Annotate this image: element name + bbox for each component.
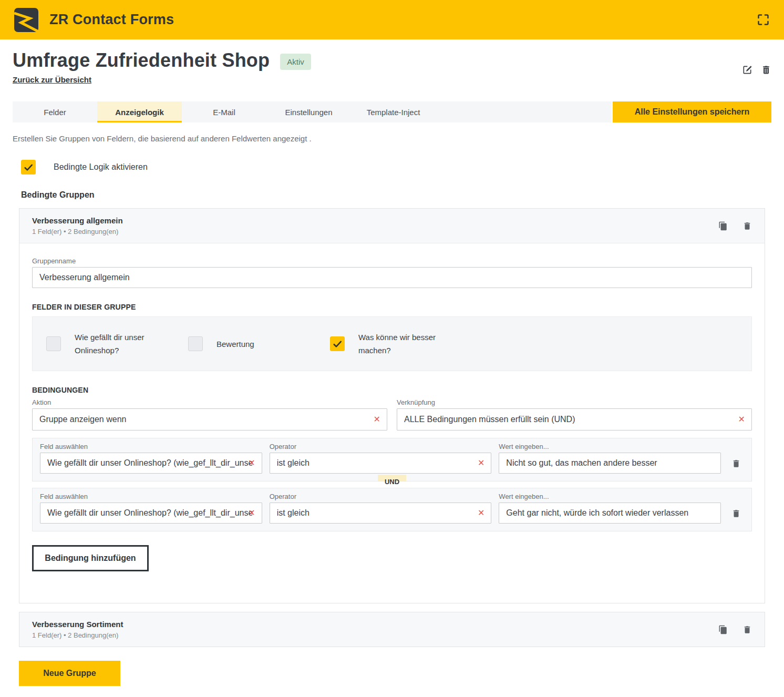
main-content: Umfrage Zufriedenheit Shop Aktiv Zurück … — [0, 50, 784, 686]
status-badge: Aktiv — [280, 54, 311, 70]
condition-value-label: Wert eingeben... — [499, 493, 721, 500]
link-label: Verknüpfung — [397, 398, 752, 406]
group-name-input[interactable] — [32, 267, 752, 288]
condition-operator-select[interactable]: ist gleich ✕ — [270, 453, 492, 474]
field-option-label: Wie gefällt dir unser Onlineshop? — [75, 331, 158, 357]
condition-field-label: Feld auswählen — [40, 443, 262, 450]
delete-group-icon[interactable] — [742, 625, 752, 634]
tab-anzeigelogik[interactable]: Anzeigelogik — [97, 101, 182, 122]
tab-email[interactable]: E-Mail — [182, 101, 266, 122]
tab-template-inject[interactable]: Template-Inject — [351, 101, 436, 122]
field-option-bewertung[interactable]: Bewertung — [188, 331, 330, 357]
enable-logic-row: Bedingte Logik aktivieren — [13, 160, 771, 175]
groups-heading: Bedingte Gruppen — [13, 190, 771, 200]
check-icon — [23, 162, 34, 172]
duplicate-group-icon[interactable] — [718, 625, 728, 634]
title-row: Umfrage Zufriedenheit Shop Aktiv Zurück … — [13, 50, 771, 85]
delete-group-icon[interactable] — [742, 221, 752, 231]
field-checkbox[interactable] — [188, 336, 203, 351]
condition-field-select[interactable]: Wie gefällt dir unser Onlineshop? (wie_g… — [40, 503, 262, 524]
app-title: ZR Contact Forms — [49, 12, 174, 28]
joiner-badge: UND — [378, 475, 406, 481]
delete-condition-icon[interactable] — [731, 509, 741, 518]
group-card-verbesserung-allgemein: Verbesserung allgemein 1 Feld(er) • 2 Be… — [19, 208, 765, 603]
condition-value-input[interactable] — [499, 453, 721, 474]
delete-form-icon[interactable] — [761, 65, 771, 75]
group-header[interactable]: Verbesserung Sortiment 1 Feld(er) • 2 Be… — [19, 612, 765, 647]
check-icon — [332, 339, 343, 349]
conditions-heading: BEDINGUNGEN — [32, 386, 752, 394]
condition-value-input[interactable] — [499, 503, 721, 524]
field-checkbox[interactable] — [330, 336, 345, 351]
field-option-label: Was könne wir besser machen? — [358, 331, 441, 357]
field-option-besser-machen[interactable]: Was könne wir besser machen? — [330, 331, 472, 357]
group-name-label: Gruppenname — [32, 257, 752, 265]
group-title: Verbesserung allgemein — [32, 216, 123, 225]
back-link[interactable]: Zurück zur Übersicht — [13, 75, 91, 84]
action-select[interactable]: Gruppe anzeigen wenn ✕ — [32, 408, 387, 430]
group-body: Gruppenname FELDER IN DIESER GRUPPE Wie … — [19, 243, 765, 603]
group-meta: 1 Feld(er) • 2 Bedingung(en) — [32, 228, 123, 235]
field-checkbox[interactable] — [46, 336, 61, 351]
clear-icon[interactable]: ✕ — [478, 459, 484, 467]
condition-field-select[interactable]: Wie gefällt dir unser Onlineshop? (wie_g… — [40, 453, 262, 474]
new-group-button[interactable]: Neue Gruppe — [19, 661, 120, 686]
field-option-onlineshop[interactable]: Wie gefällt dir unser Onlineshop? — [46, 331, 188, 357]
clear-icon[interactable]: ✕ — [738, 415, 745, 424]
condition-row-2: Feld auswählen Wie gefällt dir unser Onl… — [32, 488, 752, 531]
group-meta: 1 Feld(er) • 2 Bedingung(en) — [32, 631, 123, 639]
add-condition-button[interactable]: Bedingung hinzufügen — [32, 545, 149, 571]
duplicate-group-icon[interactable] — [718, 221, 728, 231]
page-title: Umfrage Zufriedenheit Shop — [13, 50, 270, 71]
field-option-label: Bewertung — [216, 337, 254, 351]
save-all-settings-button[interactable]: Alle Einstellungen speichern — [613, 101, 771, 122]
tab-felder[interactable]: Felder — [13, 101, 97, 122]
delete-condition-icon[interactable] — [731, 459, 741, 468]
clear-icon[interactable]: ✕ — [248, 459, 255, 467]
action-label: Aktion — [32, 398, 387, 406]
clear-icon[interactable]: ✕ — [248, 509, 255, 517]
clear-icon[interactable]: ✕ — [374, 415, 380, 424]
page-description: Erstellen Sie Gruppen von Feldern, die b… — [13, 134, 771, 143]
app-header: ZR Contact Forms — [0, 0, 784, 39]
enable-logic-label: Bedingte Logik aktivieren — [54, 162, 148, 172]
tab-bar: Felder Anzeigelogik E-Mail Einstellungen… — [13, 101, 612, 122]
condition-value-label: Wert eingeben... — [499, 443, 721, 450]
edit-icon[interactable] — [742, 65, 752, 75]
app-logo-icon — [14, 7, 39, 33]
conditions-settings: Aktion Gruppe anzeigen wenn ✕ Verknüpfun… — [32, 398, 752, 430]
fields-heading: FELDER IN DIESER GRUPPE — [32, 303, 752, 311]
fields-box: Wie gefällt dir unser Onlineshop? Bewert… — [32, 316, 752, 371]
fullscreen-icon[interactable] — [756, 13, 770, 27]
group-card-verbesserung-sortiment: Verbesserung Sortiment 1 Feld(er) • 2 Be… — [19, 612, 765, 647]
enable-logic-checkbox[interactable] — [21, 160, 36, 175]
link-select[interactable]: ALLE Bedingungen müssen erfüllt sein (UN… — [397, 408, 752, 430]
condition-field-label: Feld auswählen — [40, 493, 262, 500]
group-header[interactable]: Verbesserung allgemein 1 Feld(er) • 2 Be… — [19, 209, 765, 243]
group-title: Verbesserung Sortiment — [32, 620, 123, 629]
condition-operator-label: Operator — [270, 443, 492, 450]
tab-einstellungen[interactable]: Einstellungen — [266, 101, 351, 122]
condition-operator-select[interactable]: ist gleich ✕ — [270, 503, 492, 524]
tab-row: Felder Anzeigelogik E-Mail Einstellungen… — [13, 101, 771, 122]
condition-operator-label: Operator — [270, 493, 492, 500]
clear-icon[interactable]: ✕ — [478, 509, 484, 517]
